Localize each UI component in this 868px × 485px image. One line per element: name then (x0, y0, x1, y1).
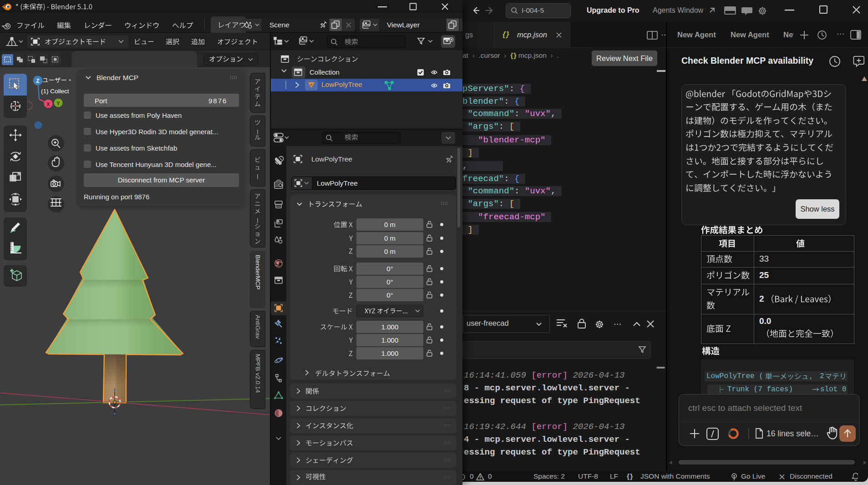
svg-text:Z: Z (36, 78, 39, 84)
svg-text:Y: Y (56, 101, 60, 106)
svg-text:X: X (46, 101, 50, 107)
